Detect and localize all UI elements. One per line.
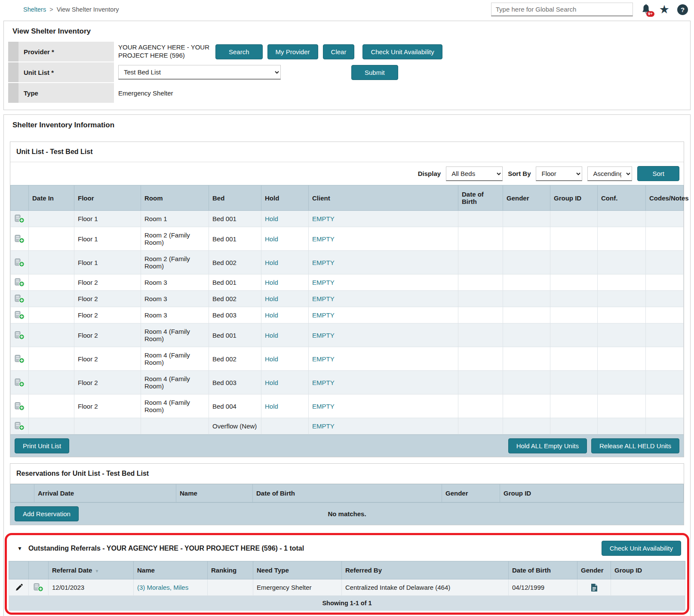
check-in-icon[interactable] (12, 278, 28, 287)
col-conf: Conf. (598, 185, 646, 211)
client-link[interactable]: EMPTY (312, 311, 335, 319)
unit-list-button-bar: Print Unit List Hold ALL Empty Units Rel… (10, 434, 684, 457)
unit-floor: Floor 1 (74, 211, 141, 227)
check-unit-availability-button-referrals[interactable]: Check Unit Availability (602, 541, 681, 556)
referral-need-type: Emergency Shelter (253, 579, 342, 596)
client-link[interactable]: EMPTY (312, 259, 335, 266)
unit-bed: Bed 001 (209, 323, 261, 347)
client-link[interactable]: EMPTY (312, 403, 335, 410)
print-unit-list-button[interactable]: Print Unit List (15, 438, 69, 453)
unit-row: Floor 2 Room 4 (Family Room) Bed 003 Hol… (11, 371, 684, 394)
document-icon[interactable] (578, 583, 610, 592)
hold-link[interactable]: Hold (265, 332, 278, 339)
hold-link[interactable]: Hold (265, 279, 278, 286)
client-link[interactable]: EMPTY (312, 215, 335, 222)
col-referral-date[interactable]: Referral Date▼ (49, 561, 134, 579)
check-in-icon[interactable] (12, 214, 28, 223)
global-search-input[interactable] (491, 3, 633, 16)
check-in-icon[interactable] (12, 422, 28, 431)
client-link[interactable]: EMPTY (312, 235, 335, 243)
hold-link[interactable]: Hold (265, 259, 278, 266)
client-link[interactable]: EMPTY (312, 422, 335, 430)
hold-link[interactable]: Hold (265, 379, 278, 386)
reservations-panel-title: Reservations for Unit List - Test Bed Li… (10, 464, 684, 484)
check-in-icon[interactable] (12, 402, 28, 411)
hold-link[interactable]: Hold (265, 355, 278, 363)
col-name: Name (176, 484, 253, 502)
hold-link[interactable]: Hold (265, 311, 278, 319)
hold-link[interactable]: Hold (265, 235, 278, 243)
sort-button[interactable]: Sort (637, 166, 679, 181)
check-in-icon[interactable] (30, 583, 47, 592)
icon-column-header (29, 561, 49, 579)
unit-codes-notes (646, 323, 684, 347)
unit-row: Floor 2 Room 4 (Family Room) Bed 002 Hol… (11, 347, 684, 371)
release-all-held-units-button[interactable]: Release ALL HELD Units (591, 438, 679, 453)
unit-codes-notes (646, 274, 684, 291)
check-unit-availability-button[interactable]: Check Unit Availability (362, 44, 442, 59)
unit-gender (503, 347, 550, 371)
sort-order-select[interactable]: Ascending (587, 166, 632, 181)
submit-button[interactable]: Submit (351, 65, 398, 80)
unit-room: Room 4 (Family Room) (141, 323, 209, 347)
no-matches-text: No matches. (10, 510, 684, 517)
search-button[interactable]: Search (215, 44, 263, 59)
display-select[interactable]: All Beds (446, 166, 503, 181)
unit-conf (598, 323, 646, 347)
collapse-caret-icon[interactable]: ▼ (17, 545, 22, 551)
col-hold: Hold (261, 185, 309, 211)
shelter-inventory-information-panel: Shelter Inventory Information Unit List … (3, 114, 691, 616)
notifications-bell-icon[interactable]: 9+ (641, 4, 651, 15)
unit-row: Floor 2 Room 3 Bed 003 Hold EMPTY (11, 307, 684, 323)
check-in-icon[interactable] (12, 331, 28, 340)
check-in-icon[interactable] (12, 354, 28, 363)
unit-row: Floor 2 Room 4 (Family Room) Bed 001 Hol… (11, 323, 684, 347)
unit-group-id (550, 347, 598, 371)
my-provider-button[interactable]: My Provider (267, 44, 318, 59)
sort-field-select[interactable]: Floor (536, 166, 582, 181)
help-icon[interactable]: ? (677, 4, 688, 15)
clear-button[interactable]: Clear (323, 44, 355, 59)
unit-date-in (29, 371, 74, 394)
unit-date-in (29, 211, 74, 227)
hold-link[interactable]: Hold (265, 295, 278, 302)
client-link[interactable]: EMPTY (312, 295, 335, 302)
client-link[interactable]: EMPTY (312, 332, 335, 339)
add-reservation-button[interactable]: Add Reservation (15, 506, 79, 521)
col-arrival-date: Arrival Date (34, 484, 176, 502)
unit-list-select[interactable]: Test Bed List (118, 65, 281, 80)
unit-group-id (550, 418, 598, 434)
referral-dob: 04/12/1999 (509, 579, 577, 596)
unit-dob (458, 307, 503, 323)
hold-link[interactable]: Hold (265, 403, 278, 410)
referrals-header-row: Referral Date▼ Name Ranking Need Type Re… (9, 561, 685, 579)
icon-column-header (11, 484, 34, 502)
icon-column-header (11, 185, 29, 211)
check-in-icon[interactable] (12, 258, 28, 267)
form-left-strip (8, 83, 18, 103)
unit-room: Room 4 (Family Room) (141, 394, 209, 418)
client-link[interactable]: EMPTY (312, 379, 335, 386)
unit-room: Room 4 (Family Room) (141, 371, 209, 394)
check-in-icon[interactable] (12, 378, 28, 387)
check-in-icon[interactable] (12, 294, 28, 303)
favorites-star-icon[interactable]: ★ (659, 4, 669, 15)
edit-pencil-icon[interactable] (10, 584, 28, 591)
hold-all-empty-units-button[interactable]: Hold ALL Empty Units (508, 438, 587, 453)
col-bed: Bed (209, 185, 261, 211)
provider-label: Provider * (18, 42, 114, 62)
breadcrumb-shelters-link[interactable]: Shelters (23, 6, 46, 13)
hold-link[interactable]: Hold (265, 215, 278, 222)
unit-date-in (29, 394, 74, 418)
check-in-icon[interactable] (12, 311, 28, 320)
client-link[interactable]: EMPTY (312, 279, 335, 286)
unit-row: Floor 2 Room 3 Bed 001 Hold EMPTY (11, 274, 684, 291)
unit-codes-notes (646, 347, 684, 371)
unit-codes-notes (646, 371, 684, 394)
client-link[interactable]: EMPTY (312, 355, 335, 363)
unit-dob (458, 211, 503, 227)
referral-client-link[interactable]: (3) Morales, Miles (137, 584, 188, 591)
unit-bed: Bed 003 (209, 307, 261, 323)
col-group-id: Group ID (611, 561, 685, 579)
check-in-icon[interactable] (12, 234, 28, 243)
